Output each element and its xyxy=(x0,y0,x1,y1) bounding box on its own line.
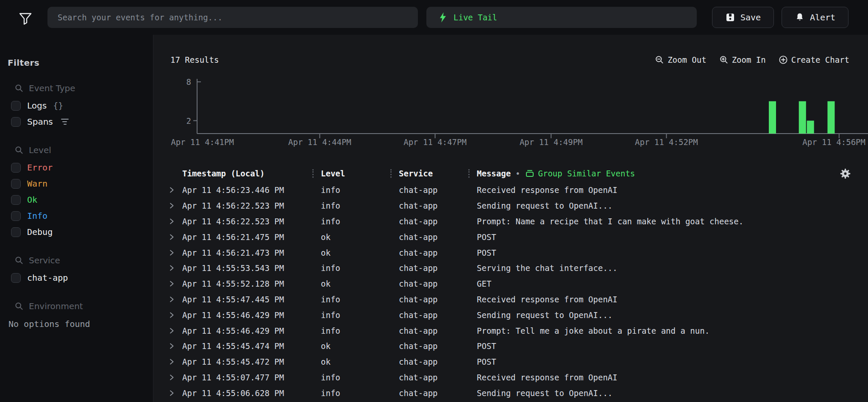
log-row[interactable]: Apr 11 4:55:45.472 PM ok chat-app POST xyxy=(153,354,868,370)
x-axis-label: Apr 11 4:52PM xyxy=(635,137,698,147)
column-resize-handle[interactable] xyxy=(390,169,392,178)
search-icon[interactable] xyxy=(14,302,24,311)
log-level: info xyxy=(321,295,399,304)
col-header-message[interactable]: Message • Group Similar Events xyxy=(477,168,851,179)
log-service: chat-app xyxy=(399,248,477,257)
log-row[interactable]: Apr 11 4:55:52.128 PM ok chat-app GET xyxy=(153,276,868,292)
log-level: ok xyxy=(321,357,399,366)
search-icon[interactable] xyxy=(14,145,24,155)
log-row[interactable]: Apr 11 4:55:46.429 PM info chat-app Prom… xyxy=(153,323,868,338)
option-label: Ok xyxy=(27,195,37,205)
log-row[interactable]: Apr 11 4:56:21.473 PM ok chat-app POST xyxy=(153,245,868,260)
save-button[interactable]: Save xyxy=(712,7,774,28)
log-service: chat-app xyxy=(399,357,477,366)
main-panel: 17 Results Zoom Out Zoom In xyxy=(153,35,868,402)
save-label: Save xyxy=(740,12,761,22)
log-timestamp: Apr 11 4:56:22.523 PM xyxy=(182,217,321,226)
column-resize-handle[interactable] xyxy=(468,169,470,178)
filter-option-ok[interactable]: Ok xyxy=(11,192,147,208)
log-row[interactable]: Apr 11 4:55:06.628 PM info chat-app Send… xyxy=(153,385,868,401)
filter-option-spans[interactable]: Spans xyxy=(11,114,147,130)
chevron-right-icon[interactable] xyxy=(169,327,182,334)
chart-bar[interactable] xyxy=(769,101,776,134)
checkbox-warn[interactable] xyxy=(11,179,21,189)
section-label-service: Service xyxy=(29,255,60,265)
log-row[interactable]: Apr 11 4:55:07.477 PM info chat-app Rece… xyxy=(153,370,868,385)
filter-option-logs[interactable]: Logs {} xyxy=(11,98,147,114)
filter-option-chat-app[interactable]: chat-app xyxy=(11,270,147,286)
table-settings-button[interactable] xyxy=(840,168,851,179)
section-label-event-type: Event Type xyxy=(29,83,75,93)
col-header-timestamp[interactable]: Timestamp (Local) xyxy=(182,169,321,178)
log-level: info xyxy=(321,373,399,382)
log-row[interactable]: Apr 11 4:55:53.543 PM info chat-app Serv… xyxy=(153,260,868,276)
log-service: chat-app xyxy=(399,388,477,398)
filter-option-info[interactable]: Info xyxy=(11,208,147,224)
chart-bar[interactable] xyxy=(807,121,814,134)
log-row[interactable]: Apr 11 4:55:47.445 PM info chat-app Rece… xyxy=(153,292,868,307)
chevron-right-icon[interactable] xyxy=(169,296,182,303)
top-bar: Live Tail Save Alert xyxy=(0,0,868,35)
zoom-in-button[interactable]: Zoom In xyxy=(719,55,766,64)
search-input[interactable] xyxy=(47,13,418,22)
filter-option-debug[interactable]: Debug xyxy=(11,224,147,240)
checkbox-info[interactable] xyxy=(11,211,21,221)
option-label: Info xyxy=(27,211,47,221)
x-axis-label: Apr 11 4:44PM xyxy=(288,137,351,147)
chevron-right-icon[interactable] xyxy=(169,390,182,396)
checkbox-chat-app[interactable] xyxy=(11,273,21,283)
chevron-right-icon[interactable] xyxy=(169,187,182,193)
checkbox-logs[interactable] xyxy=(11,101,21,111)
log-row[interactable]: Apr 11 4:55:46.429 PM info chat-app Send… xyxy=(153,307,868,323)
checkbox-ok[interactable] xyxy=(11,195,21,205)
zoom-out-button[interactable]: Zoom Out xyxy=(655,55,707,64)
log-row[interactable]: Apr 11 4:56:21.475 PM ok chat-app POST xyxy=(153,229,868,245)
chevron-right-icon[interactable] xyxy=(169,343,182,349)
chevron-right-icon[interactable] xyxy=(169,312,182,318)
col-header-service[interactable]: Service xyxy=(399,169,477,178)
chevron-right-icon[interactable] xyxy=(169,265,182,271)
log-row[interactable]: Apr 11 4:56:22.523 PM info chat-app Send… xyxy=(153,198,868,214)
search-box xyxy=(47,7,418,28)
column-resize-handle[interactable] xyxy=(312,169,314,178)
log-service: chat-app xyxy=(399,263,477,273)
chevron-right-icon[interactable] xyxy=(169,234,182,240)
log-message: Prompt: Name a recipe that I can make wi… xyxy=(477,217,851,226)
chart-bar[interactable] xyxy=(827,101,835,134)
log-message: POST xyxy=(477,248,851,257)
search-icon[interactable] xyxy=(14,84,24,93)
filter-option-warn[interactable]: Warn xyxy=(11,176,147,192)
log-message: POST xyxy=(477,341,851,351)
save-icon xyxy=(725,12,735,22)
section-event-type: Event Type Logs {} Spans xyxy=(11,83,147,130)
log-message: Received response from OpenAI xyxy=(477,295,851,304)
chevron-right-icon[interactable] xyxy=(169,249,182,256)
chevron-right-icon[interactable] xyxy=(169,202,182,209)
events-histogram[interactable]: 82Apr 11 4:41PMApr 11 4:44PMApr 11 4:47P… xyxy=(153,64,868,148)
search-icon[interactable] xyxy=(14,256,24,265)
log-row[interactable]: Apr 11 4:56:23.446 PM info chat-app Rece… xyxy=(153,182,868,198)
log-row[interactable]: Apr 11 4:55:45.474 PM ok chat-app POST xyxy=(153,338,868,354)
chart-bar[interactable] xyxy=(799,101,806,134)
live-tail-button[interactable]: Live Tail xyxy=(426,7,697,28)
chevron-right-icon[interactable] xyxy=(169,280,182,287)
chevron-right-icon[interactable] xyxy=(169,374,182,381)
option-label: Spans xyxy=(27,117,53,127)
log-message: Sending request to OpenAI... xyxy=(477,388,851,398)
x-axis-label: Apr 11 4:56PM xyxy=(802,137,865,147)
checkbox-spans[interactable] xyxy=(11,117,21,127)
chevron-right-icon[interactable] xyxy=(169,218,182,225)
filter-option-error[interactable]: Error xyxy=(11,159,147,176)
checkbox-error[interactable] xyxy=(11,163,21,173)
log-row[interactable]: Apr 11 4:56:22.523 PM info chat-app Prom… xyxy=(153,214,868,229)
chevron-right-icon[interactable] xyxy=(169,358,182,365)
checkbox-debug[interactable] xyxy=(11,227,21,237)
create-chart-button[interactable]: Create Chart xyxy=(779,55,849,64)
group-similar-events-button[interactable]: Group Similar Events xyxy=(525,169,635,178)
zoom-in-icon xyxy=(719,55,729,64)
col-header-level[interactable]: Level xyxy=(321,169,399,178)
alert-button[interactable]: Alert xyxy=(782,7,849,28)
filter-funnel-icon[interactable] xyxy=(17,10,34,27)
log-service: chat-app xyxy=(399,217,477,226)
log-level: info xyxy=(321,263,399,273)
